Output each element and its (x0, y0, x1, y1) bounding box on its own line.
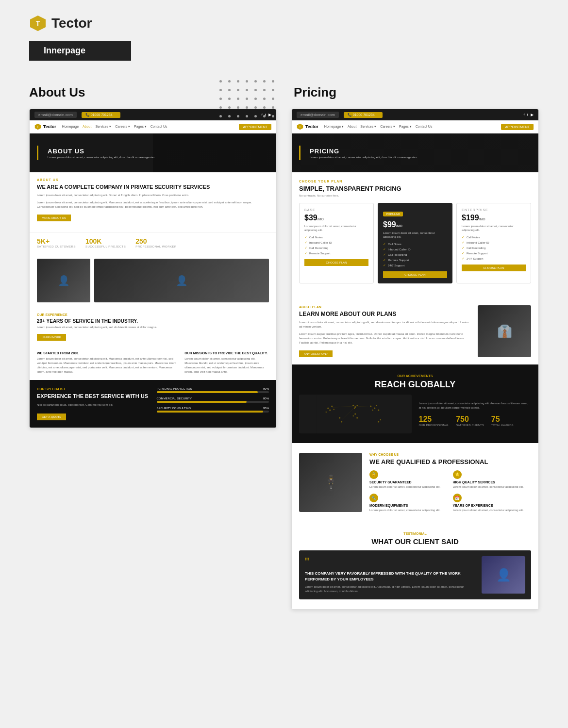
svg-point-20 (374, 407, 375, 409)
progress-cs-label: COMMERCIAL SECURITY 80% (157, 397, 269, 400)
hero-accent-bar (37, 146, 38, 160)
reach-stat-professionals: 125 OUR PROFESSIONAL (419, 415, 449, 427)
pricing-mini-brand: Tector (305, 124, 318, 129)
reach-professionals-num: 125 (419, 415, 449, 424)
footer-bottom-row: OUR SPECIALIST EXPERIENCE THE BEST SERVI… (37, 387, 269, 420)
footer-heading: EXPERIENCE THE BEST SERVICE WITH US (37, 393, 150, 399)
mini-logo: T Tector (34, 123, 56, 130)
get-a-quote-button[interactable]: GET A QUOTE (37, 414, 66, 420)
about-plan-title: LEARN MORE ABOUT OUR PLANS (299, 311, 472, 317)
nav-careers[interactable]: Careers ▾ (115, 125, 130, 129)
cs-fill (157, 401, 247, 403)
base-plan-price: $39/MO (304, 214, 368, 222)
pricing-mini-logo: T Tector (297, 123, 318, 130)
progress-personal-protection: PERSONAL PROTECTION 90% (157, 387, 269, 393)
svg-point-8 (331, 405, 333, 407)
stat-projects-label: SUCCESSFUL PROJECTS (85, 245, 126, 248)
p-nav-pages[interactable]: Pages ▾ (399, 125, 412, 129)
testimonial-title: WHAT OUR CLIENT SAID (299, 537, 531, 546)
svg-point-17 (356, 417, 358, 418)
browser-nav: T Tector Homepage About Services ▾ Caree… (30, 120, 276, 133)
svg-point-24 (378, 421, 379, 422)
reach-right: Lorem ipsum dolor sit amet, consectetur … (419, 401, 532, 427)
qualified-agent-image (299, 453, 362, 513)
p-nav-homepage[interactable]: Homepage ▾ (324, 125, 344, 129)
nav-homepage[interactable]: Homepage (62, 125, 79, 129)
pp-label-text: PERSONAL PROTECTION (157, 387, 192, 390)
pricing-subtitle: No contracts. No surprise fees. (299, 194, 531, 197)
right-column: Pricing email@domain.com 📞 01000 701234 … (291, 85, 539, 610)
experience-text: Lorem ipsum dolor sit amet, consectetur … (37, 326, 269, 329)
popular-choose-plan-button[interactable]: CHOOSE PLAN (383, 271, 447, 278)
col-started-text: Lorem ipsum dolor sit amet, consectetur … (37, 357, 177, 374)
feature-years-experience: 📅 YEARS OF EXPERIENCE Lorem ipsum dolor … (453, 494, 532, 512)
footer-dark-band: OUR SPECIALIST EXPERIENCE THE BEST SERVI… (30, 380, 276, 427)
svg-point-12 (352, 405, 354, 406)
experience-label: OUR EXPERIENCE (37, 313, 269, 316)
reach-awards-num: 75 (491, 415, 514, 424)
reach-text: Lorem ipsum dolor sit amet, consectetur … (419, 401, 532, 410)
about-plan-image (478, 305, 531, 357)
enterprise-choose-plan-button[interactable]: CHOOSE PLAN (462, 265, 526, 271)
qualified-title: WE ARE QUALIFIED & PROFESSIONAL (369, 458, 531, 466)
p-fb-icon: f (524, 113, 525, 117)
popular-plan-card: POPULAR $99/MO Lorem ipsum dolor sit ame… (378, 203, 452, 283)
brand-hex-icon: T (29, 15, 47, 32)
reach-globally-section: OUR ACHIEVEMENTS REACH GLOBALLY (292, 364, 538, 443)
nav-contact[interactable]: Contact Us (150, 125, 167, 129)
nav-about[interactable]: About (83, 125, 91, 129)
popular-plan-text: Lorem ipsum dolor sit amet, consectetur … (383, 231, 447, 239)
left-column: About Us email@domain.com 📞 01000 701234… (29, 85, 277, 610)
pricing-topbar: email@domain.com 📞 01000 701234 f t ▶ (292, 109, 538, 120)
col-mission-title: OUR MISSION IS TO PROVIDE THE BEST QUALI… (184, 351, 269, 355)
svg-point-21 (372, 410, 373, 411)
sc-pct: 95% (263, 407, 269, 410)
nav-links: Homepage About Services ▾ Careers ▾ Page… (62, 125, 167, 129)
nav-pages[interactable]: Pages ▾ (134, 125, 147, 129)
stat-workers-label: PROFESSIONAL WORKER (135, 245, 177, 248)
appointment-button[interactable]: APPOINTMENT (239, 124, 271, 130)
nav-services[interactable]: Services ▾ (95, 125, 111, 129)
p-nav-careers[interactable]: Careers ▾ (380, 125, 395, 129)
base-feature-2: Inbound Caller ID (304, 241, 368, 245)
modern-equipment-text: Lorem ipsum dolor sit amet, consectetur … (369, 508, 448, 512)
innerpage-badge: Innerpage (29, 41, 131, 61)
high-quality-title: HIGH QUALITY SERVICES (453, 480, 532, 484)
enterprise-plan-features: Call Notes Inbound Caller ID Call Record… (462, 235, 526, 261)
svg-point-18 (353, 415, 354, 416)
more-about-us-button[interactable]: MORE ABOUT US (37, 215, 71, 221)
agent-image-2 (94, 259, 269, 302)
about-browser-mockup: email@domain.com 📞 01000 701234 f t ▶ T … (29, 109, 277, 428)
pricing-appointment-button[interactable]: APPOINTMENT (501, 124, 534, 130)
about-text-1: Lorem ipsum dolor sit amet, consectetur … (37, 193, 269, 198)
about-heading: WE ARE A COMPLETE COMPANY IN PRIVATE SEC… (37, 183, 269, 190)
col-started-title: WE STARTED FROM 2001 (37, 351, 177, 355)
p-tw-icon: t (527, 113, 528, 117)
security-guaranteed-text: Lorem ipsum dolor sit amet, consectetur … (369, 485, 448, 489)
learn-more-button[interactable]: LEARN MORE (37, 334, 66, 341)
progress-commercial-security: COMMERCIAL SECURITY 80% (157, 397, 269, 403)
svg-point-10 (326, 412, 327, 413)
enterprise-feature-1: Call Notes (462, 235, 526, 239)
popular-feature-3: Call Recording (383, 253, 447, 257)
p-nav-contact[interactable]: Contact Us (416, 125, 433, 129)
popular-feature-1: Call Notes (383, 242, 447, 246)
pricing-browser-mockup: email@domain.com 📞 01000 701234 f t ▶ T … (291, 109, 539, 610)
svg-point-23 (378, 409, 379, 411)
quote-mark-icon: " (305, 556, 477, 568)
base-choose-plan-button[interactable]: CHOOSE PLAN (304, 259, 368, 266)
sc-track (157, 411, 269, 413)
pp-fill (157, 391, 258, 393)
address-bar: email@domain.com (34, 112, 77, 118)
stat-customers: 5K+ SATISFIED CUSTOMERS (37, 237, 76, 248)
p-nav-services[interactable]: Services ▾ (360, 125, 376, 129)
pricing-hero-text: Lorem ipsum dolor sit amet, consectetur … (310, 156, 531, 159)
stat-customers-num: 5K+ (37, 237, 76, 245)
any-question-button[interactable]: ANY QUESTION? (299, 350, 333, 357)
reach-clients-num: 750 (456, 415, 484, 424)
feature-high-quality: ⭐ HIGH QUALITY SERVICES Lorem ipsum dolo… (453, 470, 532, 489)
qualified-section: WHY CHOOSE US WE ARE QUALIFIED & PROFESS… (292, 443, 538, 522)
enterprise-feature-2: Inbound Caller ID (462, 241, 526, 245)
p-nav-about[interactable]: About (348, 125, 356, 129)
pricing-phone-bar: 📞 01000 701234 (344, 112, 383, 118)
